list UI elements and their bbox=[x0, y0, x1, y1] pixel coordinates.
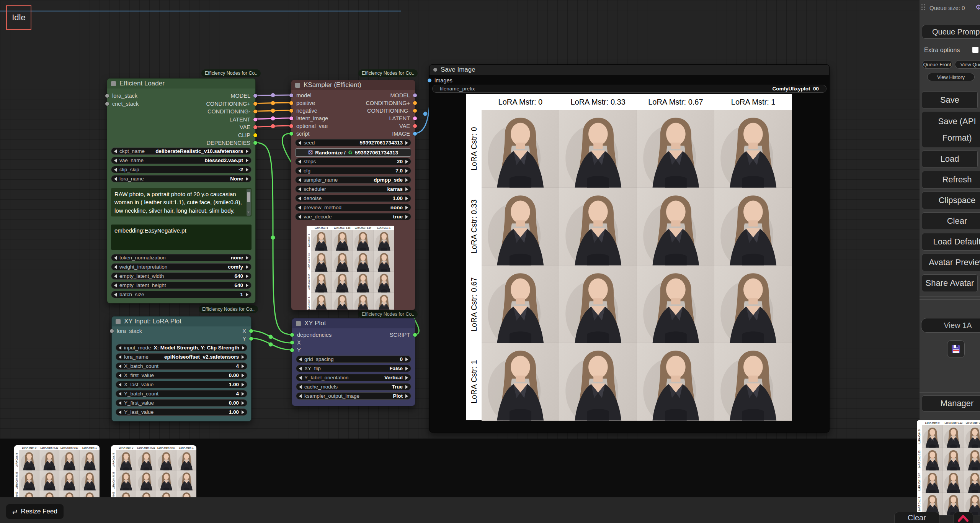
collapse-icon[interactable] bbox=[111, 81, 116, 86]
widget-next-arrow-icon[interactable] bbox=[246, 274, 248, 278]
feed-image-thumbnail[interactable]: LoRA Mstr: 0LoRA Mstr: 0.33LoRA Mstr: 0.… bbox=[111, 445, 196, 497]
filename-prefix-widget[interactable]: filename_prefix ComfyUI\xyplot_00 bbox=[432, 85, 826, 93]
widget-next-arrow-icon[interactable] bbox=[242, 374, 244, 377]
widget-next-arrow-icon[interactable] bbox=[405, 197, 408, 200]
resize-feed-button[interactable]: ⇄ Resize Feed bbox=[6, 504, 64, 519]
widget-next-arrow-icon[interactable] bbox=[405, 357, 408, 361]
widget-row[interactable]: clip_skip -2 bbox=[111, 166, 252, 173]
node-ksampler-efficient[interactable]: KSampler (Efficient) model positive nega… bbox=[291, 80, 415, 310]
widget-row[interactable]: steps 20 bbox=[295, 158, 411, 165]
feed-image-thumbnail[interactable]: LoRA Mstr: 0LoRA Mstr: 0.33LoRA Mstr: 0.… bbox=[917, 420, 980, 515]
load-button[interactable]: Load bbox=[922, 150, 978, 168]
positive-prompt-textarea[interactable]: RAW photo, a portrait photo of 20 y.o ca… bbox=[111, 188, 252, 216]
scrollbar[interactable] bbox=[247, 189, 251, 216]
widget-next-arrow-icon[interactable] bbox=[246, 168, 248, 172]
avatar-preview-button[interactable]: Avatar Preview bbox=[922, 254, 980, 271]
port-dot[interactable] bbox=[413, 333, 417, 337]
widget-row[interactable]: Y_batch_count 4 bbox=[116, 390, 247, 397]
widget-row[interactable]: Y_label_orientation Vertical bbox=[296, 374, 411, 381]
randomize-seed-button[interactable]: ⚄ Randomize / ♻ 593927061734313 bbox=[295, 148, 411, 157]
widget-row[interactable]: input_mode X: Model Strength, Y: Clip St… bbox=[116, 344, 247, 351]
widget-next-arrow-icon[interactable] bbox=[246, 177, 248, 181]
port-dot[interactable] bbox=[253, 102, 257, 106]
widget-row[interactable]: X_first_value 0.00 bbox=[116, 372, 247, 379]
widget-prev-arrow-icon[interactable] bbox=[298, 187, 301, 191]
widget-prev-arrow-icon[interactable] bbox=[298, 169, 301, 173]
widget-next-arrow-icon[interactable] bbox=[405, 206, 408, 210]
node-header[interactable]: XY Input: LoRA Plot bbox=[112, 316, 251, 326]
feed-clear-button[interactable]: Clear bbox=[894, 512, 939, 523]
load-default-button[interactable]: Load Default bbox=[922, 233, 980, 251]
widget-prev-arrow-icon[interactable] bbox=[114, 159, 117, 162]
port-dot[interactable] bbox=[289, 132, 293, 136]
widget-row[interactable]: vae_decode true bbox=[295, 213, 411, 220]
widget-row[interactable]: token_normalization none bbox=[111, 254, 252, 261]
widget-row[interactable]: X_last_value 1.00 bbox=[116, 381, 247, 388]
widget-row[interactable]: ckpt_name deliberateRealistic_v10.safete… bbox=[111, 148, 252, 155]
port-dot[interactable] bbox=[289, 124, 293, 128]
save-api-format-button[interactable]: Save (API Format) bbox=[922, 111, 980, 148]
collapse-icon[interactable] bbox=[296, 321, 301, 326]
widget-prev-arrow-icon[interactable] bbox=[299, 385, 302, 389]
node-efficient-loader[interactable]: Efficient Loader lora_stack cnet_stack M… bbox=[107, 78, 256, 303]
port-dot[interactable] bbox=[428, 79, 431, 82]
queue-prompt-button[interactable]: Queue Prompt bbox=[922, 25, 980, 39]
widget-row[interactable]: sampler_name dpmpp_sde bbox=[295, 176, 411, 184]
widget-prev-arrow-icon[interactable] bbox=[114, 265, 117, 269]
widget-row[interactable]: empty_latent_width 640 bbox=[111, 272, 252, 280]
widget-next-arrow-icon[interactable] bbox=[242, 355, 244, 359]
widget-prev-arrow-icon[interactable] bbox=[119, 374, 121, 377]
widget-prev-arrow-icon[interactable] bbox=[298, 141, 301, 145]
port-dot[interactable] bbox=[289, 116, 293, 120]
widget-next-arrow-icon[interactable] bbox=[246, 149, 248, 153]
widget-row[interactable]: vae_name blessed2.vae.pt bbox=[111, 157, 252, 164]
collapse-icon[interactable] bbox=[116, 319, 121, 324]
port-dot[interactable] bbox=[413, 101, 417, 105]
widget-next-arrow-icon[interactable] bbox=[246, 265, 248, 269]
node-header[interactable]: Save Image bbox=[430, 65, 829, 75]
node-xy-plot[interactable]: XY Plot dependencies X Y SCRIPT grid_spa… bbox=[292, 318, 415, 406]
port-dot[interactable] bbox=[413, 93, 417, 97]
port-dot[interactable] bbox=[289, 101, 293, 105]
port-dot[interactable] bbox=[253, 133, 257, 137]
widget-prev-arrow-icon[interactable] bbox=[114, 274, 117, 278]
view-1a-button[interactable]: View 1A bbox=[921, 318, 980, 333]
menu-drag-handle-icon[interactable] bbox=[921, 4, 925, 12]
widget-row[interactable]: cfg 7.0 bbox=[295, 167, 411, 174]
node-header[interactable]: Efficient Loader bbox=[107, 79, 255, 89]
scroll-down-icon[interactable] bbox=[247, 211, 250, 215]
widget-row[interactable]: ksampler_output_image Plot bbox=[296, 392, 411, 400]
widget-prev-arrow-icon[interactable] bbox=[114, 177, 117, 181]
widget-next-arrow-icon[interactable] bbox=[405, 367, 408, 371]
save-avatar-floppy-button[interactable] bbox=[947, 340, 965, 358]
negative-prompt-textarea[interactable]: embedding:EasyNegative.pt bbox=[111, 225, 252, 250]
clipspace-button[interactable]: Clipspace bbox=[922, 192, 980, 209]
widget-next-arrow-icon[interactable] bbox=[246, 293, 248, 297]
widget-next-arrow-icon[interactable] bbox=[242, 383, 244, 387]
port-dot[interactable] bbox=[110, 329, 114, 333]
widget-prev-arrow-icon[interactable] bbox=[298, 160, 301, 164]
widget-next-arrow-icon[interactable] bbox=[405, 187, 408, 191]
port-dot[interactable] bbox=[249, 329, 253, 333]
widget-next-arrow-icon[interactable] bbox=[242, 346, 245, 350]
widget-prev-arrow-icon[interactable] bbox=[299, 376, 302, 380]
widget-next-arrow-icon[interactable] bbox=[242, 364, 244, 368]
refresh-button[interactable]: Refresh bbox=[922, 171, 980, 189]
port-dot[interactable] bbox=[105, 94, 109, 98]
widget-prev-arrow-icon[interactable] bbox=[119, 364, 121, 368]
seed-widget[interactable]: seed 593927061734313 bbox=[295, 139, 411, 146]
widget-prev-arrow-icon[interactable] bbox=[114, 256, 117, 260]
widget-prev-arrow-icon[interactable] bbox=[119, 355, 121, 359]
widget-next-arrow-icon[interactable] bbox=[242, 410, 244, 414]
widget-prev-arrow-icon[interactable] bbox=[299, 367, 302, 371]
widget-row[interactable]: preview_method none bbox=[295, 204, 411, 211]
port-dot[interactable] bbox=[413, 132, 417, 136]
widget-prev-arrow-icon[interactable] bbox=[299, 394, 302, 398]
settings-gear-icon[interactable]: ⚙ bbox=[975, 3, 980, 11]
widget-prev-arrow-icon[interactable] bbox=[119, 346, 121, 350]
widget-prev-arrow-icon[interactable] bbox=[298, 215, 301, 219]
port-dot[interactable] bbox=[290, 341, 294, 344]
manager-button[interactable]: Manager bbox=[922, 395, 980, 412]
widget-row[interactable]: X_batch_count 4 bbox=[116, 362, 247, 370]
widget-row[interactable]: lora_name None bbox=[111, 175, 252, 182]
